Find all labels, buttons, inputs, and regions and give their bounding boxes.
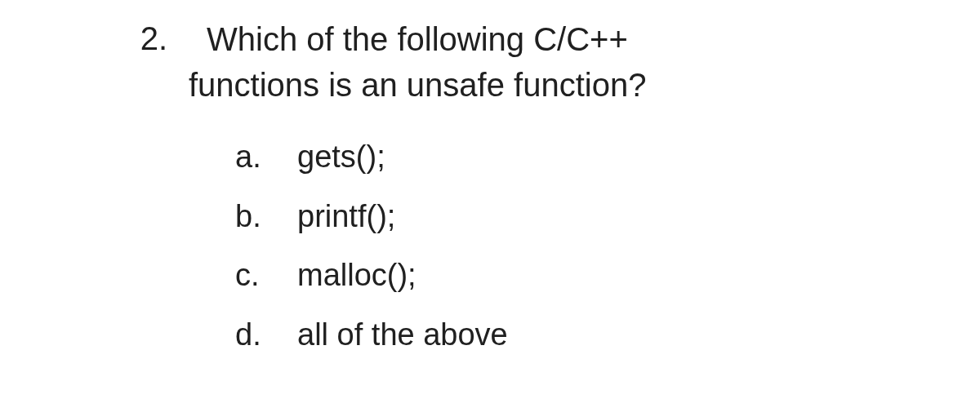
option-text: malloc(); [297, 257, 416, 295]
option-b: b. printf(); [235, 198, 508, 236]
option-letter: a. [235, 139, 283, 176]
option-text: gets(); [297, 139, 385, 176]
question-block: 2. Which of the following C/C++ function… [135, 16, 646, 108]
option-text: printf(); [297, 198, 395, 236]
option-text: all of the above [297, 317, 508, 354]
options-list: a. gets(); b. printf(); c. malloc(); d. … [235, 139, 508, 375]
option-letter: c. [235, 257, 283, 295]
option-a: a. gets(); [235, 139, 508, 176]
option-letter: b. [235, 198, 283, 236]
question-text: Which of the following C/C++ functions i… [207, 16, 646, 108]
question-number: 2. [135, 16, 167, 60]
option-d: d. all of the above [235, 317, 508, 354]
question-line-1: Which of the following C/C++ [207, 21, 628, 57]
option-letter: d. [235, 317, 283, 354]
question-line-2: functions is an unsafe function? [189, 62, 646, 108]
option-c: c. malloc(); [235, 257, 508, 295]
